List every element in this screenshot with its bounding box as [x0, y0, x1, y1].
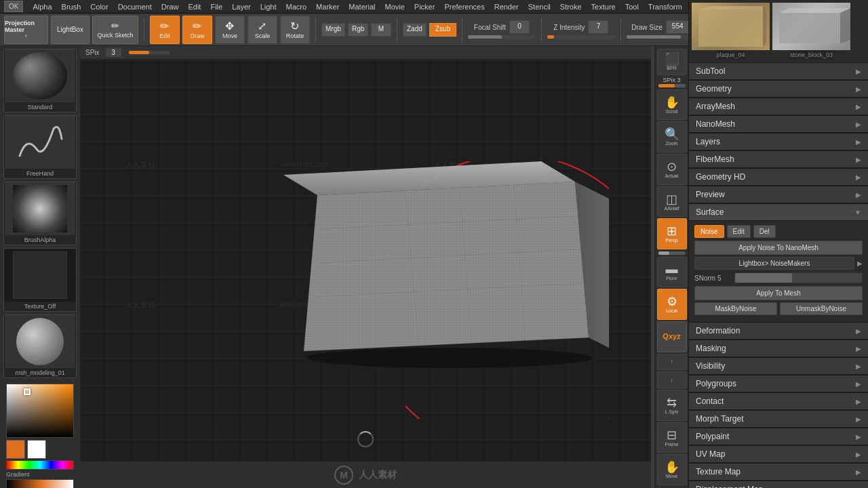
move-btn[interactable]: ✋ Move [657, 454, 687, 485]
brush-slot-freehand[interactable]: FreeHand [3, 115, 77, 179]
svg-marker-14 [304, 182, 589, 351]
uv-map-header[interactable]: UV Map ▶ [689, 445, 868, 463]
mrgb-btn[interactable]: Mrgb [321, 23, 345, 37]
menu-item-document[interactable]: Document [118, 3, 152, 11]
fibermesh-header[interactable]: FiberMesh ▶ [689, 150, 868, 168]
menu-item-tool[interactable]: Tool [625, 3, 639, 11]
preview-label: Preview [696, 190, 725, 199]
menu-item-preferences[interactable]: Preferences [444, 3, 484, 11]
zadd-btn[interactable]: Zadd [403, 23, 427, 37]
focal-shift-value[interactable]: 0 [509, 20, 530, 34]
subtool-header[interactable]: SubTool ▶ [689, 62, 868, 80]
deformation-header[interactable]: Deformation ▶ [689, 322, 868, 340]
rgb-btn[interactable]: Rgb [348, 23, 368, 37]
noisemarkers-btn[interactable]: Lightbox> NoiseMakers [694, 257, 854, 270]
polypaint-header[interactable]: Polypaint ▶ [689, 428, 868, 445]
background-color-swatch[interactable] [27, 440, 46, 459]
draw-tool-btn[interactable]: ✏ Draw [182, 16, 212, 44]
contact-header[interactable]: Contact ▶ [689, 392, 868, 410]
actual-btn[interactable]: ⊙ Actual [657, 154, 687, 185]
arraymesh-header[interactable]: ArrayMesh ▶ [689, 98, 868, 115]
persp-btn[interactable]: ⊞ Persp [657, 218, 687, 249]
menu-item-file[interactable]: File [210, 3, 222, 11]
menu-item-macro[interactable]: Macro [286, 3, 307, 11]
menu-item-material[interactable]: Material [349, 3, 375, 11]
canvas-area[interactable]: 人人素材 www.rr-sc.com 人人素材 人人素材 www.rr-sc.c… [80, 60, 651, 461]
polygroups-header[interactable]: Polygroups ▶ [689, 375, 868, 392]
menu-item-marker[interactable]: Marker [316, 3, 339, 11]
local-btn[interactable]: ⚙ Local [657, 289, 687, 320]
zoom-btn[interactable]: 🔍 Zoom [657, 121, 687, 152]
menu-item-picker[interactable]: Picker [414, 3, 435, 11]
menu-item-draw[interactable]: Draw [161, 3, 179, 11]
menu-item-layer[interactable]: Layer [232, 3, 251, 11]
lightbox-btn[interactable]: LightBox [51, 16, 90, 44]
edit-tool-btn[interactable]: ✏ Edit [150, 16, 180, 44]
aahalf-btn[interactable]: ◫ AAHalf [657, 186, 687, 218]
color-gradient-field[interactable] [6, 384, 74, 438]
quick-sketch-btn[interactable]: ✏ Quick Sketch [92, 16, 138, 44]
menu-item-brush[interactable]: Brush [62, 3, 81, 11]
bpr-btn[interactable]: ⬛ BPR [657, 49, 687, 75]
menu-item-light[interactable]: Light [260, 3, 277, 11]
geometry-hd-header[interactable]: Geometry HD ▶ [689, 168, 868, 186]
displacement-map-header[interactable]: Displacement Map ▶ [689, 481, 868, 488]
arrow-down-btn[interactable]: ↓ [657, 371, 687, 388]
zsub-btn[interactable]: Zsub [429, 23, 456, 37]
color-picker[interactable]: Gradient [3, 381, 77, 488]
menu-item-render[interactable]: Render [494, 3, 519, 11]
plaque-thumbnail[interactable]: plaque_04 [692, 3, 770, 60]
scroll-btn[interactable]: ✋ Scroll [657, 89, 687, 121]
noise-btn[interactable]: Noise [694, 225, 724, 238]
frame-btn[interactable]: ⊟ Frame [657, 422, 687, 453]
edit-btn[interactable]: Edit [727, 225, 751, 238]
menu-item-movie[interactable]: Movie [384, 3, 404, 11]
menu-item-edit[interactable]: Edit [188, 3, 201, 11]
gradient-bar[interactable] [6, 479, 74, 488]
apply-noise-btn[interactable]: Apply Noise To NanoMesh [694, 241, 863, 255]
m-btn[interactable]: M [371, 23, 391, 37]
floor-btn[interactable]: ▬ Floor [657, 257, 687, 288]
scale-tool-btn[interactable]: ⤢ Scale [248, 16, 277, 44]
brush-preview-freehand [5, 116, 75, 169]
surface-header[interactable]: Surface ▼ [689, 203, 868, 221]
menu-item-transform[interactable]: Transform [648, 3, 682, 11]
menu-item-alpha[interactable]: Alpha [33, 3, 52, 11]
z-intensity-value[interactable]: 7 [588, 20, 608, 34]
texture-map-header[interactable]: Texture Map ▶ [689, 463, 868, 481]
menu-item-texture[interactable]: Texture [591, 3, 616, 11]
menu-item-stencil[interactable]: Stencil [528, 3, 551, 11]
menu-item-color[interactable]: Color [90, 3, 108, 11]
preview-header[interactable]: Preview ▶ [689, 186, 868, 203]
brush-slot-texture-off[interactable]: Texture_Off [3, 248, 77, 312]
rotate-tool-btn[interactable]: ↻ Rotate [280, 16, 310, 44]
del-btn[interactable]: Del [753, 225, 776, 238]
foreground-color-swatch[interactable] [6, 440, 25, 459]
menu-ok-btn[interactable]: OK [4, 1, 23, 12]
projection-master-btn[interactable]: Projection Master ▼ [4, 16, 48, 44]
canvas-bottom-bar: M 人人素材 [80, 461, 651, 488]
layers-header[interactable]: Layers ▶ [689, 133, 868, 150]
geometry-header-1[interactable]: Geometry ▶ [689, 80, 868, 98]
brush-slot-standard[interactable]: Standard [3, 49, 77, 113]
hue-bar[interactable] [6, 460, 74, 470]
spix-value[interactable]: 3 [105, 47, 122, 58]
persp-slider[interactable] [658, 251, 686, 254]
draw-size-value[interactable]: 554 [666, 20, 690, 34]
masking-header[interactable]: Masking ▶ [689, 340, 868, 357]
morph-target-header[interactable]: Morph Target ▶ [689, 410, 868, 428]
xyz-btn[interactable]: Qxyz [657, 321, 687, 352]
lsym-btn[interactable]: ⇆ L.Sym [657, 390, 687, 421]
nanomesh-header[interactable]: NanoMesh ▶ [689, 115, 868, 133]
brush-slot-alpha[interactable]: BrushAlpha [3, 182, 77, 245]
snorm-slider[interactable] [734, 272, 863, 283]
unmask-by-noise-btn[interactable]: UnmaskByNoise [780, 302, 863, 315]
arrow-up-btn[interactable]: ↑ [657, 354, 687, 371]
visibility-header[interactable]: Visibility ▶ [689, 357, 868, 375]
move-tool-btn[interactable]: ✥ Move [215, 16, 245, 44]
stone-thumbnail[interactable]: stone_block_03 [772, 3, 850, 60]
apply-mesh-btn[interactable]: Apply To Mesh [694, 286, 863, 300]
menu-item-stroke[interactable]: Stroke [560, 3, 582, 11]
brush-slot-sphere[interactable]: msh_modeling_01 [3, 314, 77, 378]
mask-by-noise-btn[interactable]: MaskByNoise [694, 302, 777, 315]
